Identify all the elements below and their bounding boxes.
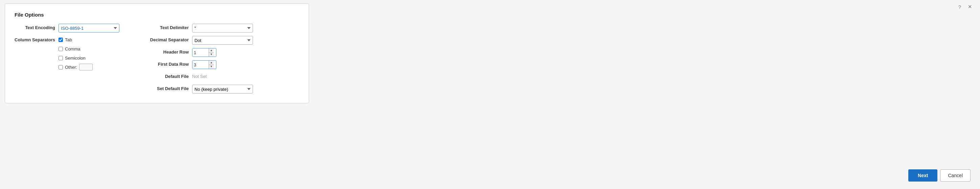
- tab-checkbox[interactable]: [59, 38, 63, 42]
- column-separators-control: Tab Comma Semicolon Other:: [59, 36, 93, 71]
- other-text-input[interactable]: [79, 64, 93, 70]
- comma-label: Comma: [65, 46, 81, 51]
- header-row-input[interactable]: [192, 48, 208, 56]
- text-encoding-control: ISO-8859-1: [59, 24, 119, 32]
- text-encoding-label: Text Encoding: [14, 24, 59, 30]
- left-column: Text Encoding ISO-8859-1 Column Separato…: [14, 24, 119, 93]
- header-row-control: ▲ ▼: [192, 48, 216, 57]
- set-default-file-label: Set Default File: [140, 85, 192, 91]
- first-data-row-spin-buttons: ▲ ▼: [208, 61, 214, 69]
- header-row-row: Header Row ▲ ▼: [140, 48, 253, 57]
- form-layout: Text Encoding ISO-8859-1 Column Separato…: [14, 24, 299, 93]
- close-icon[interactable]: ✕: [966, 3, 973, 10]
- file-options-dialog: File Options Text Encoding ISO-8859-1 Co…: [5, 3, 309, 103]
- other-label: Other:: [65, 65, 77, 70]
- header-row-label: Header Row: [140, 48, 192, 54]
- default-file-label: Default File: [140, 72, 192, 79]
- decimal-separator-row: Decimal Separator Dot: [140, 36, 253, 45]
- decimal-separator-label: Decimal Separator: [140, 36, 192, 42]
- semicolon-checkbox[interactable]: [59, 56, 63, 60]
- set-default-file-control: No (keep private): [192, 85, 253, 93]
- decimal-separator-control: Dot: [192, 36, 253, 45]
- text-delimiter-row: Text Delimiter ": [140, 24, 253, 32]
- text-encoding-select[interactable]: ISO-8859-1: [59, 24, 119, 32]
- set-default-file-select[interactable]: No (keep private): [192, 85, 253, 93]
- first-data-row-label: First Data Row: [140, 60, 192, 67]
- header-row-spin-buttons: ▲ ▼: [208, 48, 214, 56]
- first-data-row-input[interactable]: [192, 61, 208, 69]
- header-row-up-button[interactable]: ▲: [209, 48, 214, 53]
- text-delimiter-control: ": [192, 24, 253, 32]
- help-icon[interactable]: ?: [956, 3, 963, 10]
- set-default-file-row: Set Default File No (keep private): [140, 85, 253, 93]
- first-data-row-up-button[interactable]: ▲: [209, 61, 214, 65]
- text-encoding-row: Text Encoding ISO-8859-1: [14, 24, 119, 32]
- separator-group: Tab Comma Semicolon Other:: [59, 36, 93, 71]
- first-data-row-row: First Data Row ▲ ▼: [140, 60, 253, 69]
- column-separators-row: Column Separators Tab Comma: [14, 36, 119, 71]
- comma-checkbox[interactable]: [59, 47, 63, 51]
- header-row-down-button[interactable]: ▼: [209, 53, 214, 57]
- tab-checkbox-row: Tab: [59, 36, 93, 43]
- cancel-button[interactable]: Cancel: [940, 169, 970, 181]
- first-data-row-spinbox: ▲ ▼: [192, 60, 216, 69]
- first-data-row-control: ▲ ▼: [192, 60, 216, 69]
- bottom-buttons: Next Cancel: [908, 169, 970, 181]
- other-checkbox[interactable]: [59, 65, 63, 69]
- default-file-row: Default File Not Set: [140, 72, 253, 81]
- semicolon-checkbox-row: Semicolon: [59, 54, 93, 62]
- semicolon-label: Semicolon: [65, 56, 86, 61]
- decimal-separator-select[interactable]: Dot: [192, 36, 253, 45]
- default-file-value: Not Set: [192, 72, 207, 79]
- default-file-control: Not Set: [192, 72, 207, 79]
- next-button[interactable]: Next: [908, 169, 937, 181]
- column-separators-label: Column Separators: [14, 36, 59, 42]
- other-checkbox-row: Other:: [59, 63, 93, 71]
- right-column: Text Delimiter " Decimal Separator Dot: [140, 24, 253, 93]
- text-delimiter-label: Text Delimiter: [140, 24, 192, 30]
- dialog-title: File Options: [14, 12, 299, 18]
- text-delimiter-select[interactable]: ": [192, 24, 253, 32]
- first-data-row-down-button[interactable]: ▼: [209, 65, 214, 69]
- comma-checkbox-row: Comma: [59, 45, 93, 53]
- tab-label: Tab: [65, 37, 72, 42]
- header-row-spinbox: ▲ ▼: [192, 48, 216, 57]
